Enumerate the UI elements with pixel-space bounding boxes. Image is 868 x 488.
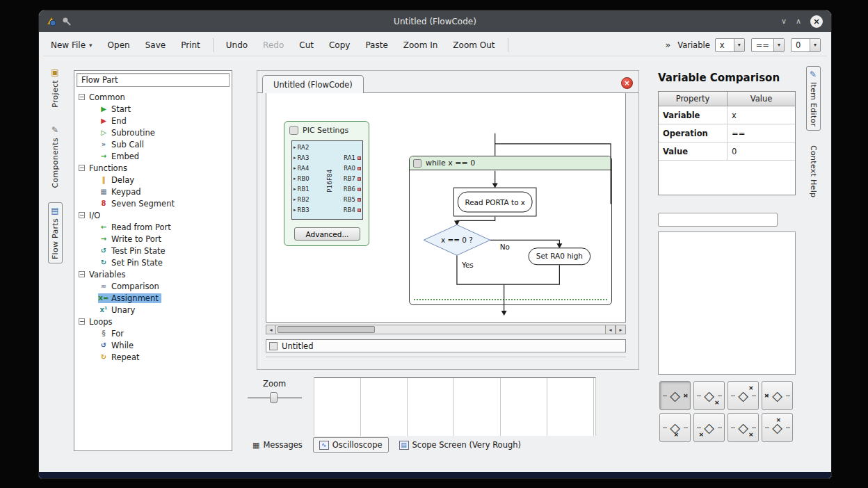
tree-item-for[interactable]: §For [74, 327, 232, 339]
keypad-icon: ▦ [98, 188, 109, 195]
tree-branch-functions[interactable]: −Functions [74, 162, 232, 174]
close-document-button[interactable]: × [621, 77, 633, 89]
maximize-button[interactable]: ∧ [796, 17, 801, 26]
tab-project[interactable]: ▣ Project [49, 65, 62, 111]
zoom-out-button[interactable]: Zoom Out [445, 38, 502, 53]
tree-branch-i-o[interactable]: −I/O [74, 209, 232, 221]
horizontal-scrollbar[interactable]: ◂ ◂ ▸ [266, 325, 626, 334]
zoom-in-button[interactable]: Zoom In [396, 38, 446, 53]
tree-item-unary[interactable]: x¹Unary [74, 304, 232, 316]
tree-item-end[interactable]: ▶End [74, 115, 232, 127]
tree-item-sub-call[interactable]: »Sub Call [74, 138, 232, 150]
print-button[interactable]: Print [173, 38, 208, 53]
save-button[interactable]: Save [138, 38, 173, 53]
tree-expander-icon[interactable]: − [79, 318, 85, 325]
property-row-operation[interactable]: Operation== [659, 124, 795, 143]
tree-item-set-pin-state[interactable]: ↻Set Pin State [74, 257, 232, 268]
tab-components[interactable]: ✎ Components [49, 122, 62, 192]
flowchart-canvas[interactable]: while x == 0 PIC Settings ▸RA2▸RA3▸RA4▸R… [266, 93, 626, 323]
tab-item-editor[interactable]: ✎ Item Editor [806, 66, 821, 131]
tab-messages-label: Messages [263, 440, 302, 450]
tree-item-assignment[interactable]: x=Assignment [74, 292, 232, 304]
tab-messages[interactable]: ▦ Messages [250, 438, 305, 452]
comparison-template-x-top[interactable]: ◇× [762, 413, 793, 442]
tree-expander-icon[interactable]: − [79, 94, 85, 100]
dropdown-arrow-icon[interactable]: ▾ [810, 39, 820, 51]
tree-item-repeat[interactable]: ↻Repeat [74, 351, 232, 363]
tree-item-label: I/O [89, 211, 100, 220]
macro-strip[interactable]: Untitled [266, 339, 626, 352]
property-row-variable[interactable]: Variablex [659, 106, 795, 124]
while-loop-node[interactable]: while x == 0 [409, 156, 612, 305]
tree-item-subroutine[interactable]: ▷Subroutine [74, 127, 232, 138]
tree-branch-common[interactable]: −Common [74, 91, 232, 103]
scroll-right-button[interactable]: ▸ [616, 325, 626, 334]
tree-item-write-to-port[interactable]: →Write to Port [74, 233, 232, 245]
tab-scope-screen[interactable]: ▤ Scope Screen (Very Rough) [396, 438, 524, 452]
x-mark-icon: × [674, 432, 680, 438]
tab-oscilloscope[interactable]: ∿ Oscilloscope [313, 437, 389, 453]
toolbar-overflow-button[interactable]: » [665, 40, 670, 50]
tree-expander-icon[interactable]: − [79, 271, 85, 277]
undo-button[interactable]: Undo [218, 38, 255, 53]
comparison-template-x-right[interactable]: ◇× [659, 381, 691, 410]
value-select[interactable]: 0 ▾ [791, 38, 821, 52]
column-header-value[interactable]: Value [728, 92, 795, 106]
tree-branch-loops[interactable]: −Loops [74, 316, 232, 327]
scroll-left-button[interactable]: ◂ [266, 325, 276, 334]
new-file-button[interactable]: New File ▾ [43, 38, 100, 53]
item-editor-listbox[interactable] [658, 231, 796, 375]
tree-item-embed[interactable]: →Embed [74, 150, 232, 162]
property-row-value[interactable]: Value0 [659, 143, 795, 161]
comparison-template-x-bottom[interactable]: ◇× [659, 413, 691, 442]
pic-settings-handle-icon[interactable] [289, 126, 298, 135]
comparison-template-x-top-right[interactable]: ◇× [728, 381, 759, 410]
paste-button[interactable]: Paste [357, 38, 395, 53]
tree-item-while[interactable]: ↺While [74, 339, 232, 351]
zoom-slider-thumb[interactable] [270, 392, 278, 403]
zoom-slider[interactable] [248, 392, 302, 403]
tree-item-delay[interactable]: ‖Delay [74, 174, 232, 186]
scroll-left-button-end[interactable]: ◂ [605, 325, 616, 334]
tree-item-seven-segment[interactable]: 8Seven Segment [74, 197, 232, 209]
scrollbar-track[interactable] [276, 325, 605, 334]
item-editor-input[interactable] [658, 213, 778, 227]
document-tab[interactable]: Untitled (FlowCode) [262, 75, 364, 93]
dropdown-arrow-icon[interactable]: ▾ [773, 39, 784, 51]
dropdown-arrow-icon[interactable]: ▾ [734, 39, 744, 51]
tree-branch-variables[interactable]: −Variables [74, 268, 232, 280]
scrollbar-thumb[interactable] [278, 326, 375, 333]
pin-pad-icon [357, 156, 361, 160]
variable-select[interactable]: x ▾ [715, 38, 745, 52]
tree-item-read-from-port[interactable]: ←Read from Port [74, 221, 232, 233]
titlebar[interactable]: Untitled (FlowCode) ∨ ∧ × [39, 10, 831, 32]
comparison-template-x-bottom-right[interactable]: ◇× [693, 381, 725, 410]
operation-select[interactable]: == ▾ [751, 38, 785, 52]
close-button[interactable]: × [810, 15, 823, 28]
tree-item-start[interactable]: ▶Start [74, 103, 232, 115]
while-loop-header[interactable]: while x == 0 [410, 156, 611, 170]
comparison-template-x-bottom-left[interactable]: ◇× [693, 413, 725, 442]
comparison-template-x-left[interactable]: ◇× [762, 381, 793, 410]
open-button[interactable]: Open [100, 38, 138, 53]
decision-template-icon: ◇× [765, 418, 790, 437]
pin-icon[interactable] [62, 17, 71, 26]
tree-item-label: Keypad [111, 187, 141, 197]
tab-context-help[interactable]: Context Help [807, 142, 820, 201]
while-icon: ↺ [98, 341, 109, 349]
tree-item-comparison[interactable]: ≈Comparison [74, 280, 232, 292]
column-header-property[interactable]: Property [659, 92, 728, 106]
tab-flow-parts[interactable]: ▤ Flow Parts [48, 202, 63, 263]
tree-item-keypad[interactable]: ▦Keypad [74, 186, 232, 197]
advanced-button[interactable]: Advanced... [294, 227, 360, 241]
cut-button[interactable]: Cut [291, 38, 321, 53]
loop-handle-icon[interactable] [413, 159, 421, 168]
flow-part-header[interactable]: Flow Part [77, 73, 230, 87]
tree-expander-icon[interactable]: − [79, 212, 85, 218]
tree-item-test-pin-state[interactable]: ↺Test Pin State [74, 245, 232, 257]
tree-expander-icon[interactable]: − [79, 165, 85, 171]
comparison-template-x-bottom-right-2[interactable]: ◇× [728, 413, 759, 442]
shade-button[interactable]: ∨ [781, 17, 787, 26]
pic-settings-panel[interactable]: PIC Settings ▸RA2▸RA3▸RA4▸RB0▸RB1▸RB2▸RB… [284, 121, 369, 246]
copy-button[interactable]: Copy [321, 38, 357, 53]
